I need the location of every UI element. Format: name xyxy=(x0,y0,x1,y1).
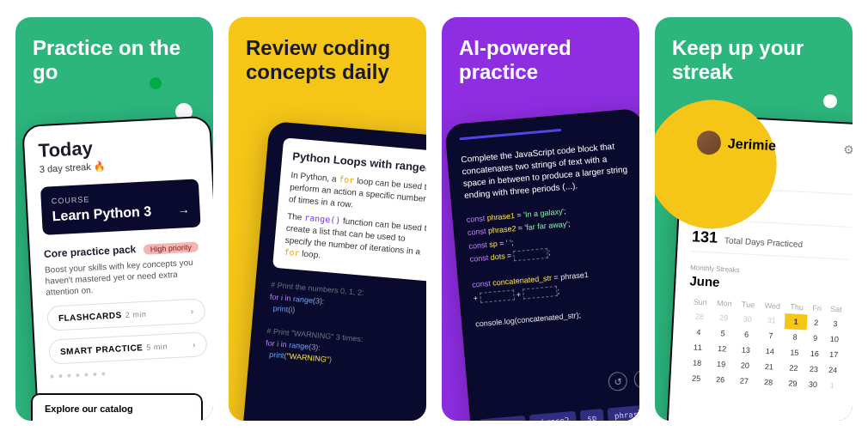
chip-phrase3[interactable]: phrase3 xyxy=(607,404,639,421)
calendar-day[interactable]: 7 xyxy=(757,327,784,344)
promo-panel-streak: Keep up your streak Jerimie ⚙ 3 Current … xyxy=(655,17,853,421)
calendar-day[interactable]: 25 xyxy=(684,370,708,386)
calendar-day[interactable]: 28 xyxy=(688,308,712,325)
calendar-day[interactable]: 18 xyxy=(685,355,709,371)
calendar-weekday: Sat xyxy=(825,302,847,317)
calendar-day[interactable]: 30 xyxy=(804,376,822,392)
calendar-day[interactable]: 16 xyxy=(805,345,823,361)
calendar-day[interactable]: 1 xyxy=(822,377,843,393)
calendar-day[interactable]: 31 xyxy=(758,312,785,329)
calendar-day[interactable]: 1 xyxy=(784,313,808,330)
chip-phrase1[interactable]: phrase1 xyxy=(479,416,526,421)
priority-badge: High priority xyxy=(143,241,199,254)
calendar-day[interactable]: 27 xyxy=(732,373,755,389)
pack-title: Core practice pack xyxy=(44,243,137,260)
panel-headline: Practice on the go xyxy=(15,17,213,83)
calendar-day[interactable]: 29 xyxy=(781,375,805,391)
calendar-day[interactable]: 19 xyxy=(708,356,734,373)
calendar-day[interactable]: 10 xyxy=(823,331,845,347)
code-slot[interactable] xyxy=(480,290,515,303)
course-card[interactable]: COURSE Learn Python 3 → xyxy=(40,179,201,235)
calendar-day[interactable]: 24 xyxy=(822,361,844,378)
progress-bar xyxy=(459,129,561,140)
phone-mockup: Jerimie ⚙ 3 Current Streak 5 Best Streak… xyxy=(665,114,853,421)
phone-mockup: Complete the JavaScript code block that … xyxy=(444,108,639,421)
flashcards-item[interactable]: FLASHCARDS2 min › xyxy=(46,298,205,331)
calendar-day[interactable]: 14 xyxy=(756,343,783,360)
calendar-day[interactable]: 21 xyxy=(755,358,782,375)
calendar-day[interactable]: 5 xyxy=(710,325,736,342)
user-name: Jerimie xyxy=(727,136,776,154)
smart-practice-item[interactable]: SMART PRACTICE5 min › xyxy=(48,331,207,365)
calendar-day[interactable]: 26 xyxy=(707,371,733,387)
calendar-weekday: Wed xyxy=(759,298,785,313)
promo-panel-review: Review coding concepts daily Python Loop… xyxy=(229,17,426,421)
arrow-right-icon: → xyxy=(177,203,190,218)
calendar-day[interactable]: 20 xyxy=(733,357,756,373)
calendar-weekday: Tue xyxy=(737,297,760,312)
stat-total-days: 131 Total Days Practiced xyxy=(691,228,850,260)
calendar-day[interactable]: 4 xyxy=(687,324,711,340)
calendar-day[interactable]: 11 xyxy=(686,339,710,355)
deco-dot xyxy=(150,77,162,89)
panel-headline: AI-powered practice xyxy=(442,17,639,83)
calendar-weekday: Thu xyxy=(785,300,808,314)
calendar-day[interactable]: 9 xyxy=(806,330,824,346)
calendar-day[interactable]: 22 xyxy=(782,360,806,376)
calendar-weekday: Sun xyxy=(688,294,712,309)
chip-phrase2[interactable]: phrase2 xyxy=(529,411,577,421)
fire-icon: 🔥 xyxy=(93,161,106,172)
avatar[interactable] xyxy=(696,130,721,155)
gear-icon[interactable]: ⚙ xyxy=(843,143,853,157)
calendar-day[interactable]: 23 xyxy=(804,361,822,377)
pagination-dots xyxy=(50,367,208,379)
calendar-day[interactable]: 2 xyxy=(807,314,825,331)
calendar-day[interactable]: 30 xyxy=(736,311,759,327)
code-block[interactable]: const phrase1 = 'In a galaxy'; const phr… xyxy=(466,199,639,331)
lesson-paragraph: In Python, a for loop can be used to per… xyxy=(288,169,426,218)
calendar-day[interactable]: 12 xyxy=(709,341,735,357)
calendar: SunMonTueWedThuFriSat 282930311234567891… xyxy=(684,294,847,393)
deco-dot xyxy=(823,94,837,108)
calendar-day[interactable]: 17 xyxy=(823,346,845,362)
course-title: Learn Python 3 xyxy=(52,202,190,224)
lesson-paragraph: The range() function can be used to crea… xyxy=(284,210,426,271)
lesson-card: Python Loops with range(). In Python, a … xyxy=(272,137,426,282)
calendar-day[interactable]: 13 xyxy=(734,342,757,358)
calendar-day[interactable]: 29 xyxy=(711,310,737,326)
chip-sp[interactable]: sp xyxy=(579,409,603,421)
code-slot[interactable] xyxy=(513,247,548,260)
exercise-prompt: Complete the JavaScript code block that … xyxy=(461,139,634,202)
promo-panel-practice: Practice on the go Today 3 day streak 🔥 … xyxy=(15,17,213,421)
calendar-weekday: Mon xyxy=(712,296,737,312)
calendar-day[interactable]: 8 xyxy=(783,329,807,345)
promo-panel-ai: AI-powered practice Complete the JavaScr… xyxy=(442,17,639,421)
code-block: # Print the numbers 0, 1, 2: for i in ra… xyxy=(265,280,426,375)
clear-button[interactable]: ✕ xyxy=(633,369,639,390)
calendar-day[interactable]: 28 xyxy=(755,373,782,391)
undo-button[interactable]: ↺ xyxy=(608,371,628,391)
calendar-day[interactable]: 3 xyxy=(824,316,846,332)
code-controls: ↺ ✕ xyxy=(608,369,639,391)
calendar-day[interactable]: 6 xyxy=(735,326,758,343)
pack-description: Boost your skills with key concepts you … xyxy=(45,256,205,298)
answer-chips: phrase1 phrase2 sp phrase3 dots xyxy=(479,404,639,421)
code-slot[interactable] xyxy=(523,286,558,299)
phone-mockup: Today 3 day streak 🔥 COURSE Learn Python… xyxy=(21,116,213,421)
panel-headline: Review coding concepts daily xyxy=(229,17,426,83)
practice-pack: Core practice pack High priority Boost y… xyxy=(44,237,205,298)
calendar-weekday: Fri xyxy=(808,300,826,315)
chevron-right-icon: › xyxy=(193,340,196,349)
chevron-right-icon: › xyxy=(191,307,194,316)
explore-catalog-button[interactable]: Explore our catalog xyxy=(31,393,203,421)
phone-mockup: Python Loops with range(). In Python, a … xyxy=(240,121,426,421)
panel-headline: Keep up your streak xyxy=(655,17,853,83)
calendar-day[interactable]: 15 xyxy=(783,344,807,361)
